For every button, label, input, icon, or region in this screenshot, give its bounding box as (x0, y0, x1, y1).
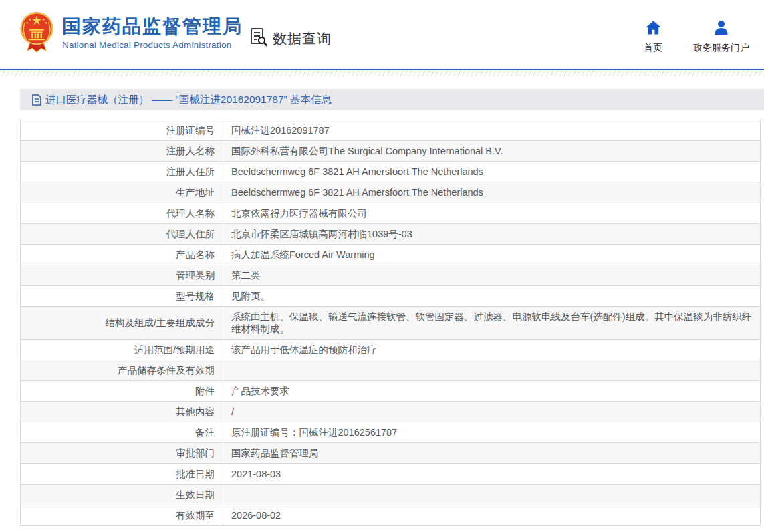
site-subtitle: National Medical Products Administration (62, 40, 243, 50)
row-value: 第二类 (223, 265, 761, 286)
table-row: 其他内容 / (21, 402, 761, 422)
row-label: 生效日期 (21, 485, 223, 505)
row-label: 代理人住所 (21, 224, 223, 245)
nav-label: 政务服务门户 (693, 42, 749, 54)
home-icon (646, 21, 661, 37)
hatch-stripe-band (0, 70, 764, 76)
nav-item-portal[interactable]: 政务服务门户 (693, 21, 749, 54)
data-query-label: 数据查询 (273, 29, 332, 48)
table-row: 审批部门 国家药品监督管理局 (21, 443, 761, 464)
table-row: 生效日期 (21, 485, 761, 505)
row-value: 病人加温系统Forced Air Warming (223, 245, 761, 265)
row-value: Beeldschermweg 6F 3821 AH Amersfoort The… (223, 182, 761, 203)
table-row: 附件 产品技术要求 (21, 381, 761, 402)
row-label: 注册证编号 (21, 120, 223, 141)
row-label: 产品储存条件及有效期 (21, 360, 223, 381)
row-label: 管理类别 (21, 265, 223, 286)
nav-label: 首页 (644, 42, 662, 54)
document-search-icon (250, 27, 268, 49)
main-content: 进口医疗器械（注册） —— “国械注进20162091787” 基本信息 注册证… (20, 89, 764, 526)
row-value: / (223, 402, 761, 422)
row-label: 生产地址 (21, 182, 223, 203)
row-label: 有效期至 (21, 505, 223, 526)
brand-titles: 国家药品监督管理局 National Medical Products Admi… (62, 15, 243, 50)
row-value: 北京市怀柔区庙城镇高两河村临1039号-03 (223, 224, 761, 245)
row-label: 审批部门 (21, 443, 223, 464)
table-row: 批准日期 2021-08-03 (21, 464, 761, 485)
row-value (223, 485, 761, 505)
person-icon (714, 21, 729, 37)
row-value (223, 360, 761, 381)
row-label: 适用范围/预期用途 (21, 340, 223, 360)
top-nav: 首页 政务服务门户 (644, 21, 749, 54)
table-row: 有效期至 2026-08-02 (21, 505, 761, 526)
page-title-bar: 进口医疗器械（注册） —— “国械注进20162091787” 基本信息 (20, 89, 764, 110)
row-value: 北京依露得力医疗器械有限公司 (223, 203, 761, 224)
row-label: 产品名称 (21, 245, 223, 265)
row-value: 2021-08-03 (223, 464, 761, 485)
row-value: 国际外科私营有限公司The Surgical Company Internati… (223, 141, 761, 162)
table-row: 产品储存条件及有效期 (21, 360, 761, 381)
row-label: 结构及组成/主要组成成分 (21, 307, 223, 340)
table-row: 注册证编号 国械注进20162091787 (21, 120, 761, 141)
table-row: 备注 原注册证编号：国械注进20162561787 (21, 422, 761, 443)
row-value: 原注册证编号：国械注进20162561787 (223, 422, 761, 443)
table-row: 生产地址 Beeldschermweg 6F 3821 AH Amersfoor… (21, 182, 761, 203)
page: 国家药品监督管理局 National Medical Products Admi… (0, 0, 764, 532)
row-label: 备注 (21, 422, 223, 443)
nav-item-home[interactable]: 首页 (644, 21, 662, 54)
national-emblem-icon (19, 10, 55, 55)
page-title: 进口医疗器械（注册） —— “国械注进20162091787” 基本信息 (45, 93, 332, 107)
table-row: 代理人名称 北京依露得力医疗器械有限公司 (21, 203, 761, 224)
row-label: 注册人住所 (21, 162, 223, 182)
row-value: 见附页。 (223, 286, 761, 307)
row-label: 附件 (21, 381, 223, 402)
table-row: 代理人住所 北京市怀柔区庙城镇高两河村临1039号-03 (21, 224, 761, 245)
nmpa-logo-group[interactable]: 国家药品监督管理局 National Medical Products Admi… (19, 10, 243, 55)
table-row: 结构及组成/主要组成成分 系统由主机、保温毯、输送气流连接软管、软管固定器、过滤… (21, 307, 761, 340)
row-label: 注册人名称 (21, 141, 223, 162)
table-row: 注册人名称 国际外科私营有限公司The Surgical Company Int… (21, 141, 761, 162)
table-row: 型号规格 见附页。 (21, 286, 761, 307)
header: 国家药品监督管理局 National Medical Products Admi… (0, 0, 764, 69)
row-value: 该产品用于低体温症的预防和治疗 (223, 340, 761, 360)
row-value: 国械注进20162091787 (223, 120, 761, 141)
table-row: 管理类别 第二类 (21, 265, 761, 286)
row-label: 其他内容 (21, 402, 223, 422)
row-value: 产品技术要求 (223, 381, 761, 402)
row-label: 型号规格 (21, 286, 223, 307)
table-row: 产品名称 病人加温系统Forced Air Warming (21, 245, 761, 265)
row-value: 系统由主机、保温毯、输送气流连接软管、软管固定器、过滤器、电源软电线及台车(选配… (223, 307, 761, 340)
row-label: 代理人名称 (21, 203, 223, 224)
row-value: 2026-08-02 (223, 505, 761, 526)
site-title: 国家药品监督管理局 (62, 15, 243, 38)
document-icon (32, 94, 41, 106)
row-value: 国家药品监督管理局 (223, 443, 761, 464)
data-query-link[interactable]: 数据查询 (250, 27, 332, 49)
table-row: 注册人住所 Beeldschermweg 6F 3821 AH Amersfoo… (21, 162, 761, 182)
table-row: 适用范围/预期用途 该产品用于低体温症的预防和治疗 (21, 340, 761, 360)
row-label: 批准日期 (21, 464, 223, 485)
registration-info-table: 注册证编号 国械注进20162091787 注册人名称 国际外科私营有限公司Th… (20, 120, 761, 526)
row-value: Beeldschermweg 6F 3821 AH Amersfoort The… (223, 162, 761, 182)
